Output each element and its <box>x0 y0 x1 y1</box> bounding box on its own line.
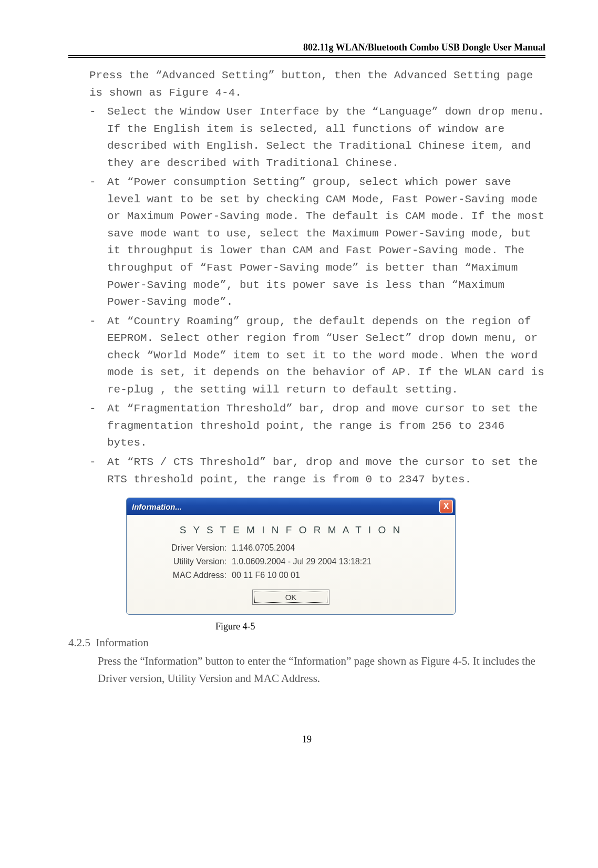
info-row-mac: MAC Address: 00 11 F6 10 00 01 <box>142 571 439 580</box>
mac-address-value: 00 11 F6 10 00 01 <box>232 571 439 580</box>
driver-version-value: 1.146.0705.2004 <box>232 543 439 553</box>
list-item: At “Country Roaming” group, the default … <box>89 313 545 399</box>
section-title: Information <box>96 636 149 649</box>
info-row-utility: Utility Version: 1.0.0609.2004 - Jul 29 … <box>142 557 439 566</box>
header-rule-2 <box>68 57 545 58</box>
list-item: At “RTS / CTS Threshold” bar, drop and m… <box>89 454 545 488</box>
driver-version-label: Driver Version: <box>142 543 226 553</box>
ok-button[interactable]: OK <box>254 592 328 603</box>
page-number: 19 <box>68 734 545 745</box>
mac-address-label: MAC Address: <box>142 571 226 580</box>
close-icon[interactable]: X <box>439 500 453 513</box>
dialog-title: Information... <box>132 502 182 511</box>
page-header: 802.11g WLAN/Bluetooth Combo USB Dongle … <box>68 42 545 53</box>
intro-paragraph: Press the “Advanced Setting” button, the… <box>89 67 545 101</box>
bullet-list: Select the Window User Interface by the … <box>68 104 545 488</box>
utility-version-label: Utility Version: <box>142 557 226 566</box>
info-row-driver: Driver Version: 1.146.0705.2004 <box>142 543 439 553</box>
figure-caption: Figure 4-5 <box>215 621 545 632</box>
utility-version-value: 1.0.0609.2004 - Jul 29 2004 13:18:21 <box>232 557 439 566</box>
section-number: 4.2.5 <box>68 636 90 649</box>
section-heading: 4.2.5 Information <box>68 636 545 649</box>
list-item: At “Power consumption Setting” group, se… <box>89 174 545 311</box>
list-item: Select the Window User Interface by the … <box>89 104 545 172</box>
section-body: Press the “Information” button to enter … <box>98 653 545 687</box>
dialog-heading: S Y S T E M I N F O R M A T I O N <box>142 524 439 536</box>
dialog-body: S Y S T E M I N F O R M A T I O N Driver… <box>127 515 455 614</box>
list-item: At “Fragmentation Threshold” bar, drop a… <box>89 400 545 452</box>
information-dialog: Information... X S Y S T E M I N F O R M… <box>126 498 456 615</box>
dialog-titlebar: Information... X <box>127 498 455 515</box>
header-rule-1 <box>68 55 545 56</box>
